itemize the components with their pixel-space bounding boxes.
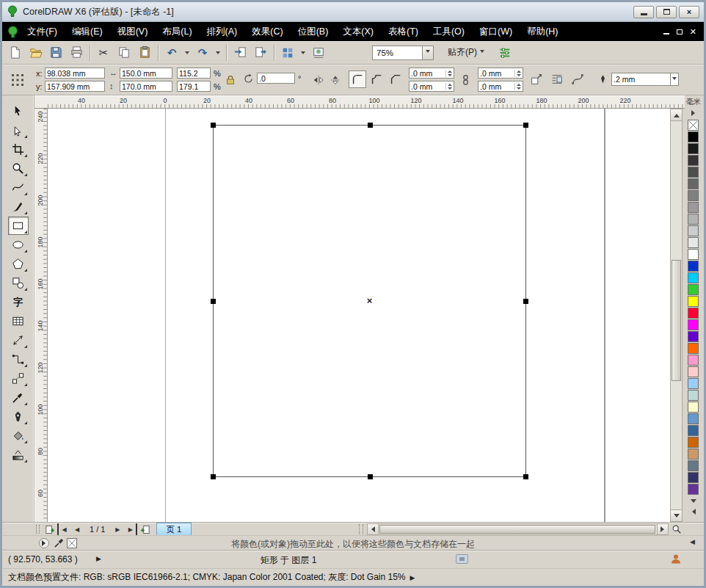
- round-corner-button[interactable]: [349, 70, 366, 88]
- color-swatch[interactable]: [688, 143, 699, 154]
- freehand-tool[interactable]: [8, 178, 29, 197]
- palette-scroll-down-button[interactable]: [688, 497, 699, 506]
- object-height-field[interactable]: 170.0 mm: [120, 81, 172, 92]
- snap-to-button[interactable]: 贴齐(P): [443, 45, 490, 61]
- ellipse-tool[interactable]: [8, 236, 29, 254]
- color-swatch[interactable]: [688, 472, 699, 483]
- scale-x-field[interactable]: 115.2: [177, 68, 211, 79]
- color-swatch[interactable]: [688, 378, 699, 389]
- color-swatch[interactable]: [688, 284, 699, 295]
- color-swatch[interactable]: [688, 390, 699, 401]
- blend-tool[interactable]: [8, 369, 29, 388]
- dimension-tool[interactable]: [8, 331, 29, 349]
- chamfered-corner-button[interactable]: [387, 70, 404, 88]
- new-document-button[interactable]: [5, 43, 24, 62]
- color-swatch[interactable]: [688, 296, 699, 307]
- color-swatch[interactable]: [688, 437, 699, 448]
- zoom-combo-arrow[interactable]: [422, 46, 433, 59]
- connector-tool[interactable]: [8, 350, 29, 369]
- color-swatch[interactable]: [688, 449, 699, 460]
- outline-pen-tool[interactable]: [8, 407, 29, 426]
- interactive-fill-tool[interactable]: [8, 446, 29, 464]
- user-account-icon[interactable]: [670, 553, 682, 567]
- pan-zoom-button[interactable]: [670, 523, 683, 535]
- scalloped-corner-button[interactable]: [368, 70, 385, 88]
- vertical-scroll-thumb[interactable]: [672, 260, 681, 381]
- scroll-up-button[interactable]: [671, 109, 682, 121]
- app-launcher-button[interactable]: [278, 43, 297, 62]
- artistic-media-tool[interactable]: [8, 197, 29, 216]
- copy-button[interactable]: [114, 43, 134, 62]
- last-page-button[interactable]: ▶: [125, 523, 137, 535]
- color-swatch[interactable]: [688, 249, 699, 260]
- menu-item-3[interactable]: 布局(L): [155, 22, 199, 42]
- color-swatch[interactable]: [688, 225, 699, 236]
- selection-handle[interactable]: [368, 123, 373, 128]
- menu-item-1[interactable]: 编辑(E): [65, 22, 110, 42]
- doc-close-button[interactable]: ✕: [690, 28, 696, 36]
- crop-tool[interactable]: [8, 140, 29, 159]
- scroll-right-button[interactable]: [657, 524, 668, 534]
- object-origin-selector[interactable]: [8, 70, 27, 90]
- zoom-tool[interactable]: [8, 159, 29, 178]
- menu-item-4[interactable]: 排列(A): [200, 22, 245, 42]
- color-swatch[interactable]: [688, 272, 699, 283]
- open-document-button[interactable]: [26, 43, 45, 62]
- minimize-button[interactable]: [633, 6, 654, 18]
- page-tab-1[interactable]: 页 1: [156, 523, 191, 536]
- color-swatch[interactable]: [688, 343, 699, 354]
- maximize-button[interactable]: [656, 6, 677, 18]
- object-width-field[interactable]: 150.0 mm: [120, 68, 172, 79]
- color-swatch[interactable]: [688, 484, 699, 495]
- color-swatch[interactable]: [688, 155, 699, 166]
- doc-restore-button[interactable]: [677, 29, 683, 35]
- basic-shapes-tool[interactable]: [8, 274, 29, 292]
- document-properties-icon[interactable]: [456, 554, 468, 564]
- navigator-grip[interactable]: [36, 525, 40, 534]
- rectangle-tool[interactable]: [8, 217, 29, 235]
- spinner[interactable]: [445, 83, 452, 90]
- close-button[interactable]: ×: [679, 6, 699, 18]
- color-swatch[interactable]: [688, 402, 699, 413]
- color-swatch[interactable]: [688, 425, 699, 436]
- spinner[interactable]: [514, 70, 521, 77]
- no-color-swatch[interactable]: [688, 120, 699, 131]
- color-swatch[interactable]: [688, 190, 699, 201]
- edit-corners-together-button[interactable]: [457, 71, 473, 89]
- scrollbar-splitter[interactable]: [359, 524, 363, 534]
- color-swatch[interactable]: [688, 366, 699, 377]
- paste-button[interactable]: [135, 43, 154, 62]
- horizontal-ruler[interactable]: 4020020406080100120140160180200220: [34, 95, 685, 109]
- color-swatch[interactable]: [688, 214, 699, 225]
- color-swatch[interactable]: [688, 413, 699, 424]
- import-button[interactable]: [230, 43, 250, 62]
- relative-corner-scaling-button[interactable]: [528, 70, 545, 88]
- spinner[interactable]: [445, 70, 452, 77]
- document-palette-collapse-button[interactable]: ◀: [690, 538, 695, 545]
- color-swatch[interactable]: [688, 131, 699, 142]
- add-page-start-button[interactable]: [43, 523, 55, 535]
- scale-y-field[interactable]: 179.1: [177, 81, 211, 92]
- welcome-screen-button[interactable]: [309, 43, 328, 62]
- undo-button[interactable]: ↶: [162, 43, 181, 62]
- selection-handle[interactable]: [211, 123, 216, 128]
- color-swatch[interactable]: [688, 308, 699, 319]
- table-tool[interactable]: [8, 312, 29, 330]
- x-position-field[interactable]: 98.038 mm: [45, 68, 105, 79]
- y-position-field[interactable]: 157.909 mm: [45, 81, 105, 92]
- redo-dropdown-button[interactable]: [214, 43, 222, 62]
- first-page-button[interactable]: ◀: [57, 523, 69, 535]
- color-swatch[interactable]: [688, 331, 699, 342]
- menu-item-11[interactable]: 帮助(H): [520, 22, 565, 42]
- selection-handle[interactable]: [523, 299, 528, 304]
- menu-item-2[interactable]: 视图(V): [110, 22, 156, 42]
- menu-item-5[interactable]: 效果(C): [244, 22, 290, 42]
- color-swatch[interactable]: [688, 261, 699, 272]
- undo-dropdown-button[interactable]: [183, 43, 192, 62]
- spinner[interactable]: [514, 83, 521, 90]
- status-flyout-button[interactable]: ▶: [96, 555, 101, 562]
- text-tool[interactable]: 字: [8, 293, 29, 311]
- corner-radius-field-3[interactable]: .0 mm: [409, 81, 454, 92]
- add-page-end-button[interactable]: [139, 523, 151, 535]
- cut-button[interactable]: ✂: [94, 43, 113, 62]
